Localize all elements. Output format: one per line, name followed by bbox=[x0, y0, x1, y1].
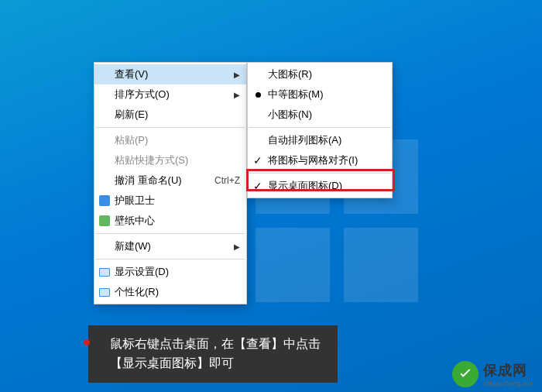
menu-item-align-grid[interactable]: ✓ 将图标与网格对齐(I) bbox=[248, 150, 392, 170]
menu-item-show-desktop-icons[interactable]: ✓ 显示桌面图标(D) bbox=[248, 176, 392, 196]
menu-item-undo[interactable]: 撤消 重命名(U) Ctrl+Z bbox=[94, 170, 246, 191]
menu-separator bbox=[95, 233, 245, 234]
menu-label: 新建(W) bbox=[115, 239, 228, 253]
image-icon bbox=[98, 215, 111, 227]
menu-label: 将图标与网格对齐(I) bbox=[268, 153, 386, 167]
menu-item-small-icons[interactable]: 小图标(N) bbox=[248, 105, 392, 125]
menu-separator bbox=[249, 127, 391, 128]
menu-label: 护眼卫士 bbox=[115, 194, 240, 208]
watermark-en: zsbaocheng.net bbox=[483, 380, 533, 387]
shield-icon bbox=[98, 194, 111, 207]
menu-label: 中等图标(M) bbox=[268, 88, 386, 101]
submenu-arrow-icon: ▶ bbox=[234, 91, 240, 99]
radio-icon bbox=[252, 88, 264, 101]
watermark: 保成网 zsbaocheng.net bbox=[452, 361, 533, 387]
caption-dot-icon bbox=[84, 339, 90, 346]
menu-label: 自动排列图标(A) bbox=[268, 133, 386, 147]
menu-item-view[interactable]: 查看(V) ▶ bbox=[94, 64, 246, 84]
menu-label: 查看(V) bbox=[115, 67, 228, 81]
menu-item-personalize[interactable]: 个性化(R) bbox=[94, 282, 246, 302]
menu-item-new[interactable]: 新建(W) ▶ bbox=[94, 236, 246, 256]
menu-item-sort[interactable]: 排序方式(O) ▶ bbox=[94, 84, 246, 105]
menu-item-display-settings[interactable]: 显示设置(D) bbox=[94, 262, 246, 282]
menu-item-refresh[interactable]: 刷新(E) bbox=[94, 105, 246, 125]
desktop[interactable]: 查看(V) ▶ 排序方式(O) ▶ 刷新(E) 粘贴(P) 粘贴快捷方式(S) … bbox=[0, 0, 542, 392]
submenu-arrow-icon: ▶ bbox=[234, 242, 240, 251]
caption-line: 鼠标右键点击桌面，在【查看】中点击 bbox=[110, 335, 321, 354]
monitor-icon bbox=[98, 266, 111, 278]
menu-label: 粘贴(P) bbox=[115, 133, 240, 147]
menu-label: 显示设置(D) bbox=[115, 265, 240, 279]
watermark-cn: 保成网 bbox=[483, 361, 533, 380]
check-icon: ✓ bbox=[252, 180, 264, 192]
menu-item-wallpaper[interactable]: 壁纸中心 bbox=[94, 211, 246, 231]
menu-label: 排序方式(O) bbox=[115, 88, 228, 101]
menu-item-paste-shortcut: 粘贴快捷方式(S) bbox=[94, 150, 246, 170]
menu-item-auto-arrange[interactable]: 自动排列图标(A) bbox=[248, 130, 392, 150]
menu-item-eye-guard[interactable]: 护眼卫士 bbox=[94, 191, 246, 211]
menu-shortcut: Ctrl+Z bbox=[214, 175, 240, 186]
menu-item-large-icons[interactable]: 大图标(R) bbox=[248, 64, 392, 84]
menu-label: 小图标(N) bbox=[268, 108, 386, 122]
menu-item-paste: 粘贴(P) bbox=[94, 130, 246, 150]
personalize-icon bbox=[98, 286, 111, 298]
menu-label: 粘贴快捷方式(S) bbox=[115, 153, 240, 167]
menu-item-medium-icons[interactable]: 中等图标(M) bbox=[248, 84, 392, 105]
menu-label: 个性化(R) bbox=[115, 285, 240, 299]
caption-line: 【显示桌面图标】即可 bbox=[110, 354, 321, 373]
watermark-logo-icon bbox=[452, 361, 479, 387]
check-icon: ✓ bbox=[252, 154, 264, 167]
menu-label: 大图标(R) bbox=[268, 67, 386, 81]
context-menu-main: 查看(V) ▶ 排序方式(O) ▶ 刷新(E) 粘贴(P) 粘贴快捷方式(S) … bbox=[94, 62, 247, 304]
menu-label: 刷新(E) bbox=[115, 108, 240, 122]
menu-separator bbox=[95, 259, 245, 260]
menu-separator bbox=[249, 173, 391, 174]
watermark-text: 保成网 zsbaocheng.net bbox=[483, 361, 533, 387]
menu-label: 壁纸中心 bbox=[115, 214, 240, 228]
menu-label: 显示桌面图标(D) bbox=[268, 179, 386, 193]
context-submenu-view: 大图标(R) 中等图标(M) 小图标(N) 自动排列图标(A) ✓ 将图标与网格… bbox=[247, 62, 393, 198]
menu-separator bbox=[95, 127, 245, 128]
caption: 鼠标右键点击桌面，在【查看】中点击 【显示桌面图标】即可 bbox=[88, 325, 338, 383]
submenu-arrow-icon: ▶ bbox=[234, 70, 240, 79]
menu-label: 撤消 重命名(U) bbox=[115, 174, 207, 187]
